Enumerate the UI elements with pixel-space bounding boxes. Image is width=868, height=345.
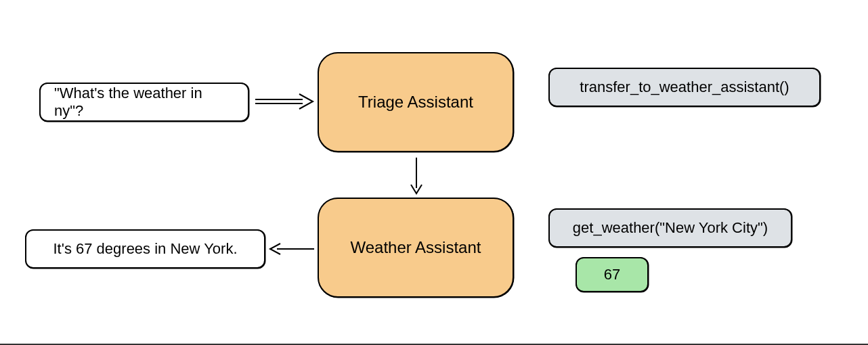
final-response-text: It's 67 degrees in New York. — [53, 240, 237, 258]
get-weather-function-call-text: get_weather("New York City") — [573, 219, 768, 237]
triage-assistant-label: Triage Assistant — [358, 93, 473, 112]
user-query-box: "What's the weather in ny"? — [39, 83, 249, 122]
final-response-box: It's 67 degrees in New York. — [25, 229, 265, 269]
user-query-text: "What's the weather in ny"? — [54, 85, 234, 120]
get-weather-function-call-box: get_weather("New York City") — [548, 208, 792, 248]
weather-assistant-box: Weather Assistant — [318, 198, 514, 298]
triage-assistant-box: Triage Assistant — [318, 52, 514, 152]
weather-result-box: 67 — [576, 257, 649, 292]
arrow-triage-to-weather — [406, 154, 427, 196]
transfer-function-call-box: transfer_to_weather_assistant() — [548, 68, 821, 107]
weather-result-text: 67 — [604, 266, 620, 283]
arrow-weather-to-response — [267, 239, 318, 259]
weather-assistant-label: Weather Assistant — [351, 238, 481, 257]
arrow-query-to-triage — [252, 91, 316, 112]
transfer-function-call-text: transfer_to_weather_assistant() — [580, 78, 789, 96]
